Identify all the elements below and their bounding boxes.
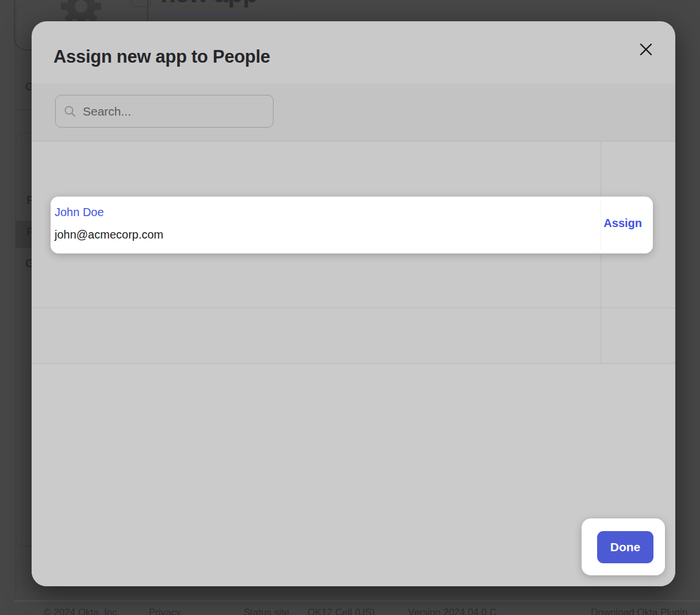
close-button[interactable] (636, 40, 656, 59)
page-title: new app (160, 0, 257, 8)
modal-title: Assign new app to People (53, 47, 270, 67)
footer-status-link: Status site (244, 607, 289, 615)
done-button-spotlight: Done (582, 518, 665, 575)
footer-copyright: © 2024 Okta, Inc. (44, 607, 120, 615)
footer-cell-label: OK12 Cell (US) (307, 607, 375, 615)
footer-divider (14, 601, 700, 601)
search-icon (64, 105, 76, 118)
done-button[interactable]: Done (597, 531, 653, 563)
search-input[interactable] (83, 105, 265, 118)
footer-download-plugin-link: Download Okta Plugin (591, 607, 687, 615)
assign-app-modal: Assign new app to People (32, 21, 675, 586)
clipped-badge (131, 0, 151, 7)
modal-bottom-area (32, 364, 675, 586)
row-internal-divider (601, 200, 601, 250)
search-box[interactable] (55, 95, 274, 128)
assign-link[interactable]: Assign (603, 217, 642, 230)
person-row: John Doe john@acmecorp.com Assign (51, 197, 653, 253)
list-top-divider (32, 141, 675, 141)
person-email: john@acmecorp.com (55, 228, 163, 241)
person-name-link[interactable]: John Doe (55, 206, 104, 219)
close-icon (639, 43, 653, 56)
footer-version-label: Version 2024.04.0 C (408, 607, 497, 615)
footer-privacy-link: Privacy (149, 607, 181, 615)
row-divider (32, 308, 675, 308)
